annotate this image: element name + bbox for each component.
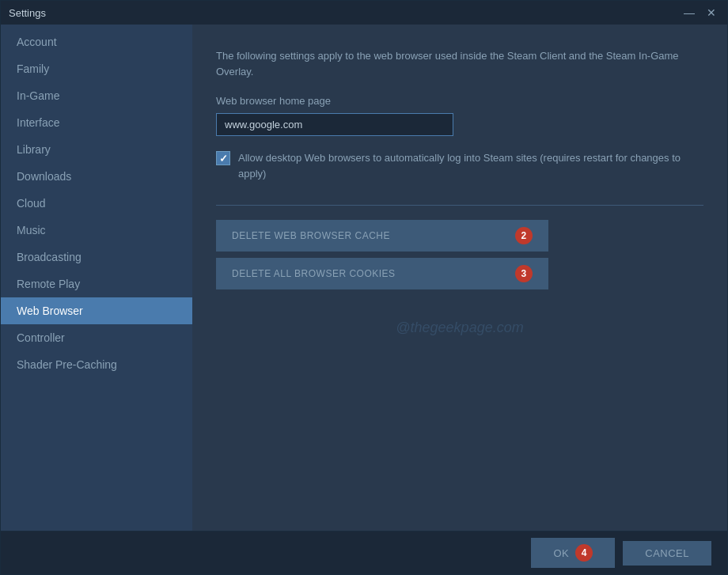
sidebar-item-shader-pre-caching[interactable]: Shader Pre-Caching — [1, 351, 192, 378]
auto-login-checkbox-wrapper[interactable] — [216, 151, 230, 165]
sidebar-item-broadcasting[interactable]: Broadcasting — [1, 244, 192, 270]
titlebar: Settings — ✕ — [1, 1, 727, 25]
ok-button[interactable]: OK 4 — [531, 538, 615, 568]
settings-window: Settings — ✕ Account Family In-Game Inte… — [0, 0, 728, 575]
sidebar-item-family[interactable]: Family — [1, 55, 192, 82]
watermark: @thegeekpage.com — [216, 320, 703, 336]
sidebar-item-music[interactable]: Music — [1, 217, 192, 244]
content-area: Account Family In-Game Interface Library… — [1, 25, 727, 531]
window-controls: — ✕ — [681, 5, 719, 21]
badge-cache: 2 — [515, 227, 533, 244]
sidebar-item-web-browser[interactable]: Web Browser — [1, 297, 192, 324]
delete-cookies-button[interactable]: DELETE ALL BROWSER COOKIES 3 — [216, 258, 548, 289]
checkbox-label: Allow desktop Web browsers to automatica… — [238, 150, 703, 181]
badge-ok: 4 — [575, 544, 593, 562]
description-text: The following settings apply to the web … — [216, 48, 703, 79]
sidebar-item-interface[interactable]: Interface — [1, 109, 192, 136]
home-page-input[interactable] — [216, 113, 453, 136]
badge-cookies: 3 — [515, 265, 533, 282]
sidebar: Account Family In-Game Interface Library… — [1, 25, 192, 531]
checkbox-row: Allow desktop Web browsers to automatica… — [216, 150, 703, 181]
sidebar-item-downloads[interactable]: Downloads — [1, 163, 192, 190]
sidebar-item-in-game[interactable]: In-Game — [1, 82, 192, 109]
sidebar-item-cloud[interactable]: Cloud — [1, 190, 192, 217]
minimize-button[interactable]: — — [681, 5, 697, 21]
sidebar-item-account[interactable]: Account — [1, 28, 192, 55]
window-title: Settings — [9, 7, 46, 19]
divider — [216, 205, 703, 206]
footer: OK 4 CANCEL — [1, 531, 727, 574]
auto-login-checkbox[interactable] — [216, 151, 230, 165]
close-button[interactable]: ✕ — [703, 5, 719, 21]
main-content: The following settings apply to the web … — [192, 25, 727, 531]
cancel-button[interactable]: CANCEL — [623, 541, 711, 566]
home-page-label: Web browser home page — [216, 95, 703, 107]
delete-cache-button[interactable]: DELETE WEB BROWSER CACHE 2 — [216, 220, 548, 252]
sidebar-item-library[interactable]: Library — [1, 136, 192, 163]
sidebar-item-remote-play[interactable]: Remote Play — [1, 270, 192, 297]
sidebar-item-controller[interactable]: Controller — [1, 324, 192, 351]
